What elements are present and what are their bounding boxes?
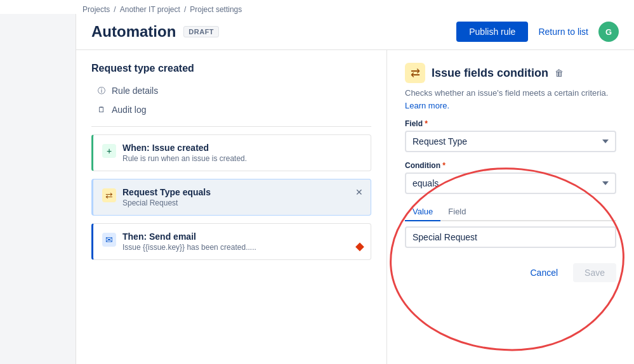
condition-form-title: Issue fields condition [432, 67, 548, 80]
action-icon: ✉ [102, 233, 116, 247]
condition-icon-large: ⇄ [405, 63, 425, 83]
condition-header: ⇄ Issue fields condition 🗑 [405, 63, 616, 83]
breadcrumb-sep1: / [114, 5, 116, 14]
condition-close-button[interactable]: ✕ [354, 186, 364, 198]
page-area: Automation DRAFT Publish rule Return to … [76, 14, 634, 364]
audit-icon: 🗒 [96, 105, 107, 115]
main-content: Automation DRAFT Publish rule Return to … [0, 14, 634, 364]
left-panel: Request type created ⓘ Rule details 🗒 Au… [76, 50, 387, 364]
breadcrumb: Projects / Another IT project / Project … [0, 0, 634, 14]
breadcrumb-project[interactable]: Another IT project [120, 5, 180, 14]
condition-icon: ⇄ [102, 188, 116, 202]
trigger-content: When: Issue created Rule is run when an … [122, 143, 362, 163]
header-actions: Publish rule Return to list G [456, 22, 619, 42]
rule-details-nav[interactable]: ⓘ Rule details [91, 82, 371, 100]
value-input[interactable] [405, 226, 616, 248]
section-title: Request type created [91, 63, 371, 74]
trash-icon[interactable]: 🗑 [555, 68, 564, 78]
condition-subtitle: Special Request [122, 198, 362, 207]
audit-log-nav[interactable]: 🗒 Audit log [91, 101, 371, 119]
breadcrumb-sep2: / [184, 5, 186, 14]
condition-title: Request Type equals [122, 187, 362, 197]
cancel-button[interactable]: Cancel [521, 263, 567, 282]
field-tab[interactable]: Field [440, 203, 473, 221]
page-body: Request type created ⓘ Rule details 🗒 Au… [76, 50, 634, 364]
trigger-subtitle: Rule is run when an issue is created. [122, 154, 362, 163]
trigger-icon: + [102, 144, 116, 158]
value-tab[interactable]: Value [405, 203, 440, 221]
value-field-tabs: Value Field [405, 203, 616, 221]
action-block-header: ✉ Then: Send email Issue {{issue.key}} h… [102, 231, 362, 252]
form-actions: Cancel Save [405, 263, 616, 282]
condition-select[interactable]: equals not equals is empty is not empty … [405, 172, 616, 194]
publish-button[interactable]: Publish rule [456, 22, 528, 42]
breadcrumb-projects[interactable]: Projects [83, 5, 110, 14]
condition-block[interactable]: ⇄ Request Type equals Special Request ✕ [91, 179, 371, 216]
condition-label: Condition * [405, 161, 616, 170]
divider-1 [91, 126, 371, 127]
condition-block-header: ⇄ Request Type equals Special Request [102, 187, 362, 207]
draft-badge: DRAFT [183, 26, 219, 37]
required-star-field: * [425, 119, 428, 128]
field-label: Field * [405, 119, 616, 128]
action-subtitle: Issue {{issue.key}} has been created....… [122, 243, 362, 252]
avatar[interactable]: G [598, 22, 619, 42]
action-title: Then: Send email [122, 231, 362, 242]
right-panel: ⇄ Issue fields condition 🗑 Checks whethe… [387, 50, 634, 364]
condition-description: Checks whether an issue's field meets a … [405, 88, 616, 98]
page-title: Automation [91, 23, 176, 41]
info-icon: ⓘ [96, 86, 107, 96]
rule-details-label: Rule details [112, 86, 158, 96]
action-block[interactable]: ✉ Then: Send email Issue {{issue.key}} h… [91, 223, 371, 260]
audit-log-label: Audit log [112, 105, 146, 115]
return-to-list-link[interactable]: Return to list [538, 27, 588, 37]
trigger-block-header: + When: Issue created Rule is run when a… [102, 143, 362, 163]
page-header: Automation DRAFT Publish rule Return to … [76, 14, 634, 50]
breadcrumb-settings[interactable]: Project settings [190, 5, 242, 14]
error-icon: ◆ [355, 239, 364, 253]
action-content: Then: Send email Issue {{issue.key}} has… [122, 231, 362, 252]
app-layout: Projects / Another IT project / Project … [0, 0, 634, 364]
left-nav [0, 14, 76, 364]
condition-content: Request Type equals Special Request [122, 187, 362, 207]
required-star-condition: * [442, 161, 446, 170]
trigger-block[interactable]: + When: Issue created Rule is run when a… [91, 134, 371, 171]
save-button[interactable]: Save [573, 263, 616, 282]
trigger-title: When: Issue created [122, 143, 362, 153]
field-select[interactable]: Request Type Priority Status Assignee Re… [405, 131, 616, 152]
learn-more-link[interactable]: Learn more. [405, 101, 449, 110]
